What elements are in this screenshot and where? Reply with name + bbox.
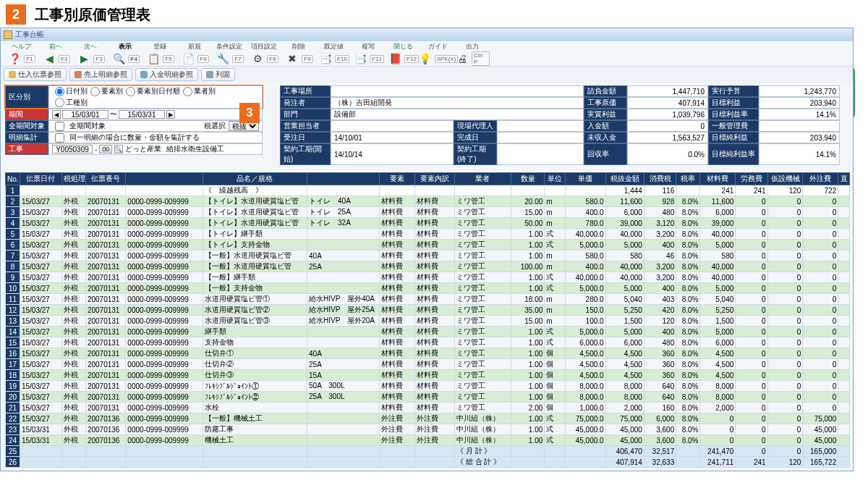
table-row[interactable]: 1615/03/27外税200701310000-0999-009999仕切弁①… — [6, 348, 850, 359]
toolbar-閉じる[interactable]: 閉じる📕F12 — [386, 42, 420, 66]
subtab-0[interactable]: 仕入伝票参照 — [4, 68, 67, 81]
col-header[interactable] — [307, 173, 380, 185]
col-header[interactable]: 要素 — [379, 173, 414, 185]
table-row[interactable]: 1915/03/27外税200701310000-0999-009999ﾌﾚｷｼ… — [6, 381, 850, 392]
col-header[interactable]: 単位 — [545, 173, 566, 185]
label-taxsel: 税選択 — [204, 121, 226, 131]
toolbar: ヘルプ❓F1前へ◀F2次へ▶F3表示🔍F4登録📋F5新規📄F6条件設定🔧F7項目… — [1, 41, 853, 66]
col-header[interactable]: 外注費 — [803, 173, 838, 185]
radio-date[interactable] — [55, 87, 64, 96]
section-number-badge: 2 — [6, 4, 26, 25]
toolbar-ヘルプ[interactable]: ヘルプ❓F1 — [4, 42, 38, 66]
col-header[interactable]: 労務費 — [736, 173, 767, 185]
table-row[interactable]: 515/03/27外税200701310000-0999-009999【トイレ】… — [6, 229, 850, 240]
col-header[interactable]: 材料費 — [700, 173, 736, 185]
toolbar-表示[interactable]: 表示🔍F4 — [108, 42, 142, 66]
col-header[interactable]: 数量 — [511, 173, 545, 185]
label-koji: 工事 — [5, 143, 48, 155]
toolbar-項目設定[interactable]: 項目設定⚙F8 — [247, 42, 281, 66]
col-header[interactable]: 税抜金額 — [605, 173, 644, 185]
col-header[interactable]: 品名／規格 — [203, 173, 307, 185]
window-titlebar: 工事台帳 — [1, 28, 853, 41]
table-row[interactable]: 2215/03/27外税200701360000-0999-009999【一般】… — [6, 413, 850, 424]
btn-00[interactable]: 00 — [99, 145, 112, 153]
table-row[interactable]: 26《 総 合 計 》407,91432,633241,711241120165… — [6, 457, 850, 468]
toolbar-削除[interactable]: 削除✖F9 — [281, 42, 316, 66]
table-row[interactable]: 715/03/27外税200701310000-0999-009999【一般】水… — [6, 251, 850, 261]
date-from[interactable]: 15/03/01 — [62, 110, 109, 119]
col-header[interactable]: No. — [6, 173, 20, 185]
label-period: 期間 — [5, 109, 48, 120]
col-header[interactable]: 仮設機械 — [767, 173, 803, 185]
col-header[interactable]: 伝票番号 — [85, 173, 125, 185]
table-row[interactable]: 1715/03/27外税200701310000-0999-009999仕切弁②… — [6, 359, 850, 370]
toolbar-登録[interactable]: 登録📋F5 — [142, 42, 177, 66]
chk-same[interactable] — [55, 133, 64, 143]
label-meisai: 明細集計 — [5, 132, 48, 143]
app-icon — [4, 30, 12, 39]
table-row[interactable]: 2315/03/31外税200701360000-0999-009999防露工事… — [6, 424, 850, 435]
table-row[interactable]: 615/03/27外税200701310000-0999-009999【トイレ】… — [6, 240, 850, 251]
table-row[interactable]: 2115/03/27外税200701310000-0999-009999水栓材料… — [6, 403, 850, 413]
col-header[interactable]: 税処理 — [61, 173, 85, 185]
table-row[interactable]: 2415/03/31外税200701360000-0999-009999機械土工… — [6, 435, 850, 446]
table-row[interactable]: 1215/03/27外税200701310000-0999-009999水道用硬… — [6, 305, 850, 316]
cost-grid[interactable]: No.伝票日付税処理伝票番号品名／規格要素要素内訳業者数量単位単価税抜金額消費税… — [5, 172, 850, 468]
table-row[interactable]: 815/03/27外税200701310000-0999-009999【一般】水… — [6, 261, 850, 272]
table-row[interactable]: 215/03/27外税200701310000-0999-009999【トイレ】… — [6, 196, 850, 207]
table-row[interactable]: 1015/03/27外税200701310000-0999-009999【一般】… — [6, 283, 850, 294]
col-header[interactable]: 単価 — [566, 173, 605, 185]
table-row[interactable]: 2015/03/27外税200701310000-0999-009999ﾌﾚｷｼ… — [6, 392, 850, 403]
date-to[interactable]: 15/03/31 — [119, 110, 165, 119]
subtab-2[interactable]: 入金明細参照 — [135, 68, 198, 81]
radio-yoso-date[interactable] — [126, 87, 135, 96]
subtab-1[interactable]: 売上明細参照 — [69, 68, 132, 81]
toolbar-既定値[interactable]: 既定値📑F10 — [316, 42, 351, 66]
table-row[interactable]: 1315/03/27外税200701310000-0999-009999水道用硬… — [6, 316, 850, 327]
search-icon[interactable]: 🔍 — [114, 145, 123, 153]
subtab-3[interactable]: 列固 — [201, 68, 235, 81]
toolbar-複写[interactable]: 複写📑F11 — [351, 42, 386, 66]
toolbar-出力[interactable]: 出力🖨Ctrl P — [455, 42, 490, 66]
table-row[interactable]: 1515/03/27外税200701310000-0999-009999支持金物… — [6, 337, 850, 348]
table-row[interactable]: 315/03/27外税200701310000-0999-009999【トイレ】… — [6, 207, 850, 218]
table-row[interactable]: 915/03/27外税200701310000-0999-009999【一般】継… — [6, 272, 850, 283]
label-allperiod: 全期間対象 — [5, 120, 48, 132]
radio-kind[interactable] — [55, 98, 64, 107]
col-header[interactable]: 直 — [838, 173, 850, 185]
table-row[interactable]: 1《 繰越残高 》1,444116241241120722 — [6, 185, 850, 196]
col-header[interactable] — [126, 173, 203, 185]
col-header[interactable]: 伝票日付 — [20, 173, 61, 185]
col-header[interactable]: 消費税 — [644, 173, 676, 185]
koji-code[interactable]: Y0050309 — [52, 145, 93, 153]
col-header[interactable]: 業者 — [455, 173, 511, 185]
radio-gyosha[interactable] — [183, 87, 192, 96]
chk-allperiod[interactable] — [55, 122, 64, 131]
col-header[interactable]: 税率 — [676, 173, 700, 185]
radio-yoso[interactable] — [90, 87, 100, 96]
table-row[interactable]: 1815/03/27外税200701310000-0999-009999仕切弁③… — [6, 370, 850, 381]
callout-3: 3 — [239, 103, 260, 123]
toolbar-条件設定[interactable]: 条件設定🔧F7 — [212, 42, 247, 66]
sub-toolbar: 仕入伝票参照売上明細参照入金明細参照列固 — [1, 66, 853, 83]
label-kubun: 区分別 — [5, 85, 48, 109]
page-title: 工事別原価管理表 — [35, 5, 150, 25]
next-period-button[interactable]: ▶ — [166, 110, 175, 119]
table-row[interactable]: 1415/03/27外税200701310000-0999-009999継手類材… — [6, 327, 850, 337]
table-row[interactable]: 25《 月 計 》406,47032,517241,47000165,000 — [6, 446, 850, 457]
col-header[interactable]: 要素内訳 — [414, 173, 454, 185]
toolbar-ガイド[interactable]: ガイド💡SPK(X) — [420, 42, 455, 66]
toolbar-次へ[interactable]: 次へ▶F3 — [73, 42, 108, 66]
toolbar-新規[interactable]: 新規📄F6 — [177, 42, 212, 66]
toolbar-前へ[interactable]: 前へ◀F2 — [38, 42, 73, 66]
table-row[interactable]: 415/03/27外税200701310000-0999-009999【トイレ】… — [6, 218, 850, 229]
table-row[interactable]: 1115/03/27外税200701310000-0999-009999水道用硬… — [6, 294, 850, 305]
prev-period-button[interactable]: ◀ — [52, 110, 61, 119]
